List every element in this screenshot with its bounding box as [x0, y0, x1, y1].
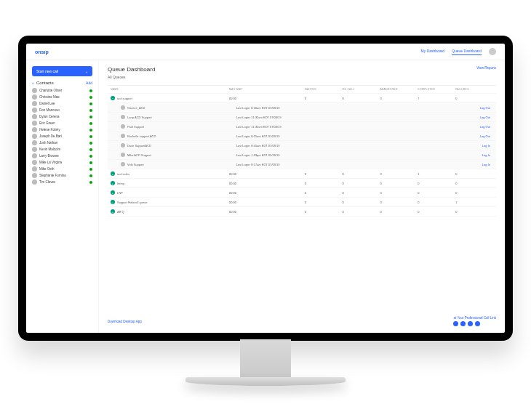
- expand-icon[interactable]: +: [111, 209, 115, 214]
- tab-my-dashboard[interactable]: My Dashboard: [421, 49, 445, 54]
- queue-name: +Support Holocall queue: [111, 200, 229, 204]
- presence-dot: [89, 155, 92, 158]
- page-title: Queue Dashboard: [108, 66, 155, 73]
- agent-action-link[interactable]: Log Out: [457, 116, 493, 119]
- top-nav: My Dashboard Queue Dashboard: [421, 48, 496, 55]
- agent-name: Paul Support: [121, 124, 236, 129]
- contact-avatar: [32, 173, 37, 178]
- agent-row: Rachelle support ACDLast Login: 8:55am E…: [108, 132, 496, 141]
- presence-dot: [89, 122, 92, 125]
- queue-row[interactable]: +LNP00:0000000: [108, 188, 496, 198]
- contact-name: Helene Kolsky: [39, 128, 60, 132]
- start-new-call-button[interactable]: Start new call ⌄: [32, 66, 92, 76]
- top-bar: onsıp My Dashboard Queue Dashboard: [26, 44, 505, 60]
- footer: Download Desktop App at Your Professiona…: [108, 312, 496, 331]
- queue-row[interactable]: +hiring00:0000000: [108, 179, 496, 188]
- agent-avatar: [121, 115, 125, 119]
- contact-item[interactable]: Charlotte Oliver: [32, 88, 92, 93]
- col-abandoned: ABANDONED: [380, 88, 418, 91]
- monitor-stand-neck: [240, 339, 291, 383]
- contact-avatar: [32, 153, 37, 158]
- contact-avatar: [32, 88, 37, 93]
- agent-row: Voki SupportLast Login: 8:17am EDT 07/03…: [108, 160, 496, 169]
- contact-item[interactable]: Larry Browne: [32, 153, 92, 158]
- contact-item[interactable]: Daniel Lee: [32, 101, 92, 106]
- queue-name: +acd sales: [111, 171, 229, 176]
- expand-icon[interactable]: +: [111, 190, 115, 195]
- agent-row: Paul SupportLast Login: 11:32am EDT 07/0…: [108, 122, 496, 132]
- brand-logo: onsıp: [35, 49, 49, 54]
- agent-row: Clarece_ACDLast Login: 8:26am EDT 07/03/…: [108, 103, 496, 113]
- agent-action-link[interactable]: Log Out: [457, 134, 493, 138]
- tab-queue-dashboard[interactable]: Queue Dashboard: [452, 49, 482, 55]
- view-reports-link[interactable]: View Reports: [476, 66, 496, 70]
- contact-item[interactable]: Christine Mae: [32, 94, 92, 100]
- contact-item[interactable]: Mike La Virgina: [32, 160, 92, 165]
- facebook-icon[interactable]: [453, 321, 458, 326]
- contact-name: Mike Oeth: [39, 167, 55, 171]
- user-avatar[interactable]: [489, 48, 496, 55]
- bezel: onsıp My Dashboard Queue Dashboard Start…: [18, 36, 513, 341]
- contact-item[interactable]: Dylan Cerena: [32, 114, 92, 119]
- presence-dot: [89, 89, 92, 92]
- queue-row[interactable]: +Support Holocall queue00:0000001: [108, 198, 496, 207]
- contact-item[interactable]: Stephanie Fornino: [32, 173, 92, 178]
- agent-avatar: [121, 134, 125, 138]
- expand-icon[interactable]: +: [111, 171, 115, 176]
- contact-avatar: [32, 134, 37, 139]
- agent-login: Last Login: 11:32am EDT 07/03/19: [236, 125, 457, 129]
- body: Start new call ⌄ ⌕ Contacts Add Charlott…: [26, 60, 505, 333]
- col-waiting: WAITING: [305, 88, 343, 91]
- new-call-label: Start new call: [36, 69, 58, 73]
- expand-icon[interactable]: −: [111, 96, 115, 100]
- agent-avatar: [121, 153, 125, 157]
- contact-name: Mike La Virgina: [39, 161, 62, 164]
- agent-action-link[interactable]: Log Out: [457, 106, 493, 110]
- search-icon[interactable]: ⌕: [32, 81, 34, 85]
- agent-row: Larry ACD SupportLast Login: 11:32am EDT…: [108, 113, 496, 122]
- expand-icon[interactable]: +: [111, 200, 115, 204]
- contact-name: Joseph De Bari: [39, 134, 62, 138]
- agent-action-link[interactable]: Log Out: [457, 125, 493, 129]
- agent-login: Last Login: 8:45am EDT 07/03/19: [236, 144, 457, 148]
- screen: onsıp My Dashboard Queue Dashboard Start…: [26, 44, 505, 333]
- contact-item[interactable]: Don Mancuso: [32, 108, 92, 113]
- contact-item[interactable]: Joseph De Bari: [32, 134, 92, 139]
- queue-row[interactable]: −acd support00:0000070: [108, 94, 496, 103]
- sidebar: Start new call ⌄ ⌕ Contacts Add Charlott…: [26, 60, 99, 333]
- tagline: at Your Professional Call Link: [453, 316, 496, 320]
- contact-avatar: [32, 121, 37, 126]
- queue-name: +hiring: [111, 181, 229, 185]
- agent-action-link[interactable]: Log In: [457, 163, 493, 166]
- contact-avatar: [32, 101, 37, 106]
- queue-row[interactable]: +acd sales00:0000010: [108, 169, 496, 179]
- agent-login: Last Login: 8:26am EDT 07/03/19: [236, 106, 457, 110]
- add-contact-link[interactable]: Add: [86, 81, 92, 85]
- linkedin-icon[interactable]: [468, 321, 473, 326]
- rss-icon[interactable]: [475, 321, 480, 326]
- contact-item[interactable]: Kevin Malcolm: [32, 147, 92, 152]
- download-app-link[interactable]: Download Desktop App: [108, 320, 142, 323]
- agent-name: Mike ACD Support: [121, 153, 236, 157]
- agent-action-link[interactable]: Log In: [457, 153, 493, 157]
- agent-avatar: [121, 124, 125, 129]
- agent-avatar: [121, 105, 125, 110]
- twitter-icon[interactable]: [460, 321, 466, 326]
- monitor-frame: onsıp My Dashboard Queue Dashboard Start…: [18, 28, 513, 392]
- contact-name: Dylan Cerena: [39, 115, 60, 118]
- agent-action-link[interactable]: Log In: [457, 144, 493, 148]
- queue-row[interactable]: +AB Q00:0000000: [108, 207, 496, 217]
- agent-name: Larry ACD Support: [121, 115, 236, 119]
- contact-item[interactable]: Eric Green: [32, 121, 92, 126]
- presence-dot: [89, 129, 92, 132]
- contact-item[interactable]: Mike Oeth: [32, 166, 92, 171]
- expand-icon[interactable]: +: [111, 181, 115, 185]
- page-subtitle: All Queues: [108, 75, 155, 79]
- monitor-stand-base: [185, 377, 346, 386]
- queue-name: −acd support: [111, 96, 229, 100]
- col-failures: FAILURES: [455, 88, 493, 91]
- contact-list: Charlotte OliverChristine MaeDaniel LeeD…: [32, 88, 92, 185]
- contact-item[interactable]: Tim Cleves: [32, 179, 92, 185]
- contact-item[interactable]: Helene Kolsky: [32, 127, 92, 132]
- contact-item[interactable]: Josh Nathan: [32, 140, 92, 145]
